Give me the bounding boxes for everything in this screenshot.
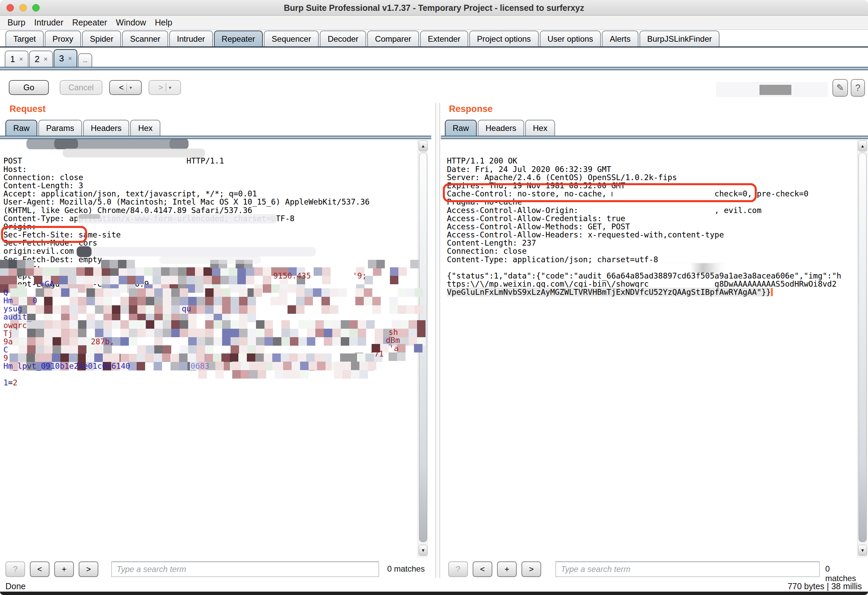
code-line: {"status":1,"data":{"code":"audit_66a64a…	[447, 272, 858, 280]
cookie-fragment: 287b,	[91, 337, 114, 346]
response-timing-text: 770 bytes | 38 millis	[788, 582, 862, 591]
response-search-input[interactable]	[555, 561, 820, 577]
tab-project-options[interactable]: Project options	[469, 31, 539, 46]
cookie-fragment: 'a	[389, 344, 399, 352]
menu-intruder[interactable]: Intruder	[34, 18, 63, 28]
search-add-button[interactable]: +	[497, 561, 517, 577]
tab-scanner[interactable]: Scanner	[122, 31, 168, 46]
request-editor[interactable]: POST HTTP/1.1Host:Connection: closeConte…	[0, 139, 431, 560]
redaction-blur	[77, 214, 278, 223]
search-add-button[interactable]: +	[54, 561, 74, 577]
cookie-fragment: 9150.435	[273, 272, 311, 280]
request-search-input[interactable]	[111, 561, 379, 577]
tab-comparer[interactable]: Comparer	[367, 31, 419, 46]
request-editor-top-bar	[0, 136, 431, 139]
request-tab-headers[interactable]: Headers	[83, 120, 130, 136]
redaction-blur	[760, 85, 791, 95]
tab-repeater[interactable]: Repeater	[214, 31, 263, 46]
redaction-mosaic-block	[254, 288, 423, 313]
edit-target-button[interactable]: ✎	[833, 79, 848, 97]
tab-label: 2	[35, 54, 39, 64]
cookie-fragment: 0683	[190, 362, 209, 370]
tab-spider[interactable]: Spider	[82, 31, 121, 46]
status-text: Done	[6, 582, 26, 591]
redaction-mosaic-block	[10, 345, 258, 354]
text-cursor	[771, 288, 773, 296]
cookie-fragment: '71	[370, 350, 384, 358]
tab-alerts[interactable]: Alerts	[602, 31, 638, 46]
menu-bar: BurpIntruderRepeaterWindowHelp	[0, 16, 868, 30]
request-search-bar: 0 matches ?<+>	[6, 561, 429, 579]
cookie-fragment: 9a	[3, 337, 13, 346]
response-match-count: 0 matches	[825, 564, 862, 583]
tab-decoder[interactable]: Decoder	[320, 31, 366, 46]
response-scrollbar[interactable]: ▲ ▼	[857, 140, 867, 558]
code-line: User-Agent: Mozilla/5.0 (Macintosh; Inte…	[3, 198, 431, 206]
close-tab-icon[interactable]: ×	[44, 55, 48, 63]
scrollbar-thumb[interactable]	[859, 152, 867, 542]
prev-request-button[interactable]: < ▾	[109, 80, 142, 95]
menu-repeater[interactable]: Repeater	[72, 18, 107, 28]
code-line: Content-Length: 3	[3, 182, 431, 189]
code-line: (KHTML, like Gecko) Chrome/84.0.4147.89 …	[3, 206, 431, 215]
search-prev-button[interactable]: <	[30, 561, 50, 577]
cookie-fragment: Hm_	[3, 296, 18, 305]
panel-splitter[interactable]	[435, 103, 440, 578]
repeater-tab-2[interactable]: 2×	[29, 50, 53, 67]
search-prev-button[interactable]: <	[472, 561, 492, 577]
repeater-tab-overflow[interactable]: ...	[78, 53, 92, 67]
next-arrow-icon: >	[158, 83, 163, 92]
title-bar: Burp Suite Professional v1.7.37 - Tempor…	[0, 0, 868, 16]
code-line: HTTP/1.1 200 OK	[447, 157, 858, 165]
tab-proxy[interactable]: Proxy	[45, 31, 81, 46]
tab-sequencer[interactable]: Sequencer	[264, 31, 319, 46]
code-line: POST HTTP/1.1	[3, 157, 431, 165]
tab-burpjslinkfinder[interactable]: BurpJSLinkFinder	[639, 31, 720, 46]
chevron-down-icon: ▾	[169, 85, 171, 90]
menu-window[interactable]: Window	[116, 18, 146, 28]
pencil-icon: ✎	[837, 83, 844, 93]
redaction-blur	[54, 139, 78, 149]
body-param: 1	[3, 378, 8, 387]
help-button[interactable]: ?	[851, 79, 865, 97]
search-next-button[interactable]: >	[521, 561, 541, 577]
scroll-up-icon[interactable]: ▲	[858, 141, 867, 151]
scroll-down-icon[interactable]: ▼	[419, 545, 428, 556]
response-raw-text: HTTP/1.1 200 OKDate: Fri, 24 Jul 2020 06…	[447, 157, 858, 296]
go-button[interactable]: Go	[9, 80, 49, 95]
response-annotation-box	[443, 183, 757, 202]
response-tab-headers[interactable]: Headers	[478, 120, 524, 136]
cookie-fragment: 9	[3, 354, 8, 362]
response-tab-hex[interactable]: Hex	[525, 120, 555, 136]
cookie-fragment: 0	[32, 296, 37, 305]
response-editor[interactable]: HTTP/1.1 200 OKDate: Fri, 24 Jul 2020 06…	[440, 139, 858, 560]
repeater-tab-3[interactable]: 3×	[53, 49, 77, 67]
status-bar: Done 770 bytes | 38 millis	[0, 581, 868, 592]
scroll-down-icon[interactable]: ▼	[858, 545, 867, 556]
repeater-tab-bar: 1×2×3×...	[0, 49, 868, 67]
response-tab-raw[interactable]: Raw	[445, 120, 477, 136]
tab-user-options[interactable]: User options	[540, 31, 601, 46]
scroll-up-icon[interactable]: ▲	[419, 141, 428, 151]
request-tab-raw[interactable]: Raw	[6, 120, 37, 136]
tab-extender[interactable]: Extender	[420, 31, 468, 46]
search-next-button[interactable]: >	[79, 561, 98, 577]
tab-intruder[interactable]: Intruder	[169, 31, 213, 46]
main-tab-bar: TargetProxySpiderScannerIntruderRepeater…	[0, 30, 868, 47]
search-help-button: ?	[6, 561, 25, 577]
chevron-down-icon[interactable]: ▾	[130, 85, 132, 90]
search-help-button: ?	[448, 561, 468, 577]
cookie-fragment: dBm	[386, 336, 400, 344]
code-line: VpeGluLnFxLmNvbS9xLzAyMGZWLTVRVHBmTjExND…	[447, 288, 858, 296]
request-tab-hex[interactable]: Hex	[130, 120, 160, 136]
close-tab-icon[interactable]: ×	[68, 55, 72, 62]
close-tab-icon[interactable]: ×	[19, 55, 23, 63]
request-match-count: 0 matches	[387, 564, 425, 574]
body-param: =	[8, 378, 13, 387]
tab-target[interactable]: Target	[6, 31, 44, 46]
menu-help[interactable]: Help	[155, 18, 172, 28]
menu-burp[interactable]: Burp	[7, 18, 25, 28]
redaction-mosaic-block	[355, 344, 422, 354]
request-tab-params[interactable]: Params	[38, 120, 82, 136]
repeater-tab-1[interactable]: 1×	[5, 50, 28, 67]
